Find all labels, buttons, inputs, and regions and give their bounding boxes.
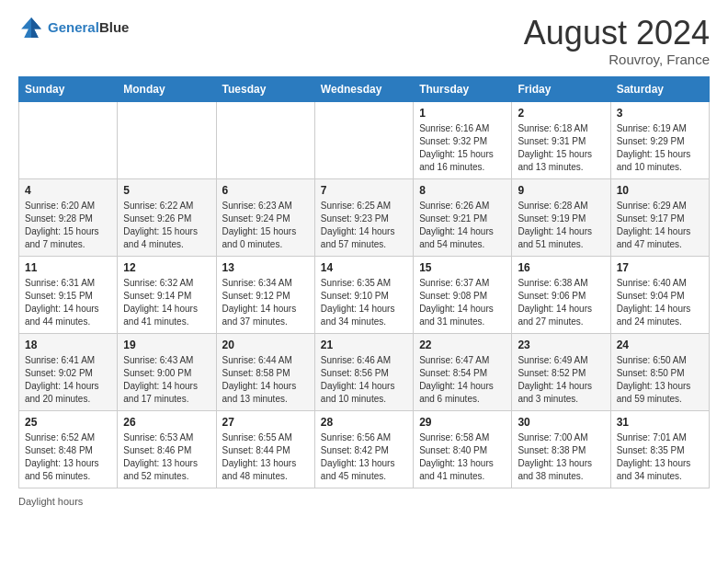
day-info: Sunrise: 6:41 AMSunset: 9:02 PMDaylight:… [25,354,111,406]
day-number: 12 [123,261,210,274]
day-cell-21: 21Sunrise: 6:46 AMSunset: 8:56 PMDayligh… [314,333,413,410]
day-info: Sunrise: 6:34 AMSunset: 9:12 PMDaylight:… [222,277,309,328]
page: GeneralBlue August 2024 Rouvroy, France … [0,0,728,563]
logo-general: General [48,19,99,35]
day-info: Sunrise: 6:50 AMSunset: 8:50 PMDaylight:… [617,354,703,406]
day-info: Sunrise: 6:53 AMSunset: 8:46 PMDaylight:… [123,431,210,483]
empty-cell [118,101,216,178]
month-title: August 2024 [524,15,710,52]
col-header-sunday: Sunday [19,76,118,101]
logo: GeneralBlue [18,15,129,40]
day-number: 20 [222,339,309,351]
day-number: 26 [123,416,210,429]
day-info: Sunrise: 6:49 AMSunset: 8:52 PMDaylight:… [518,354,604,406]
daylight-label: Daylight hours [18,496,83,507]
day-number: 30 [518,416,604,429]
title-block: August 2024 Rouvroy, France [524,15,710,67]
day-cell-4: 4Sunrise: 6:20 AMSunset: 9:28 PMDaylight… [19,178,118,256]
day-cell-17: 17Sunrise: 6:40 AMSunset: 9:04 PMDayligh… [610,256,709,333]
day-number: 13 [222,261,309,274]
day-info: Sunrise: 6:25 AMSunset: 9:23 PMDaylight:… [321,200,407,251]
day-number: 8 [419,184,506,197]
day-info: Sunrise: 6:46 AMSunset: 8:56 PMDaylight:… [321,354,407,406]
day-cell-29: 29Sunrise: 6:58 AMSunset: 8:40 PMDayligh… [414,410,512,488]
day-cell-26: 26Sunrise: 6:53 AMSunset: 8:46 PMDayligh… [118,410,216,488]
day-info: Sunrise: 6:20 AMSunset: 9:28 PMDaylight:… [25,200,111,251]
day-cell-16: 16Sunrise: 6:38 AMSunset: 9:06 PMDayligh… [512,256,610,333]
col-header-saturday: Saturday [610,76,709,101]
day-cell-11: 11Sunrise: 6:31 AMSunset: 9:15 PMDayligh… [19,256,118,333]
day-number: 22 [419,339,506,351]
day-number: 5 [123,184,210,197]
day-info: Sunrise: 6:55 AMSunset: 8:44 PMDaylight:… [222,431,309,483]
week-row-2: 11Sunrise: 6:31 AMSunset: 9:15 PMDayligh… [19,256,710,333]
day-info: Sunrise: 6:29 AMSunset: 9:17 PMDaylight:… [617,200,703,251]
day-number: 19 [123,339,210,351]
day-info: Sunrise: 7:00 AMSunset: 8:38 PMDaylight:… [518,431,604,483]
day-info: Sunrise: 6:16 AMSunset: 9:32 PMDaylight:… [419,122,506,174]
day-cell-22: 22Sunrise: 6:47 AMSunset: 8:54 PMDayligh… [414,333,512,410]
footer: Daylight hours [18,496,710,507]
day-number: 17 [617,261,703,274]
col-header-thursday: Thursday [414,76,512,101]
day-number: 23 [518,339,604,351]
location: Rouvroy, France [524,52,710,67]
logo-icon [18,15,44,40]
day-info: Sunrise: 6:58 AMSunset: 8:40 PMDaylight:… [419,431,506,483]
day-number: 25 [25,416,111,429]
day-info: Sunrise: 6:26 AMSunset: 9:21 PMDaylight:… [419,200,506,251]
day-cell-3: 3Sunrise: 6:19 AMSunset: 9:29 PMDaylight… [610,101,709,178]
empty-cell [19,101,118,178]
logo-blue: Blue [99,19,130,35]
header: GeneralBlue August 2024 Rouvroy, France [18,15,710,67]
empty-cell [216,101,314,178]
day-cell-15: 15Sunrise: 6:37 AMSunset: 9:08 PMDayligh… [414,256,512,333]
week-row-4: 25Sunrise: 6:52 AMSunset: 8:48 PMDayligh… [19,410,710,488]
day-cell-7: 7Sunrise: 6:25 AMSunset: 9:23 PMDaylight… [314,178,413,256]
day-info: Sunrise: 6:18 AMSunset: 9:31 PMDaylight:… [518,122,604,174]
day-cell-30: 30Sunrise: 7:00 AMSunset: 8:38 PMDayligh… [512,410,610,488]
day-cell-19: 19Sunrise: 6:43 AMSunset: 9:00 PMDayligh… [118,333,216,410]
day-info: Sunrise: 6:35 AMSunset: 9:10 PMDaylight:… [321,277,407,328]
day-number: 18 [25,339,111,351]
day-cell-13: 13Sunrise: 6:34 AMSunset: 9:12 PMDayligh… [216,256,314,333]
week-row-0: 1Sunrise: 6:16 AMSunset: 9:32 PMDaylight… [19,101,710,178]
day-cell-2: 2Sunrise: 6:18 AMSunset: 9:31 PMDaylight… [512,101,610,178]
day-info: Sunrise: 6:52 AMSunset: 8:48 PMDaylight:… [25,431,111,483]
day-number: 7 [321,184,407,197]
day-cell-8: 8Sunrise: 6:26 AMSunset: 9:21 PMDaylight… [414,178,512,256]
col-header-friday: Friday [512,76,610,101]
day-info: Sunrise: 6:44 AMSunset: 8:58 PMDaylight:… [222,354,309,406]
day-number: 27 [222,416,309,429]
day-number: 4 [25,184,111,197]
col-header-wednesday: Wednesday [314,76,413,101]
day-cell-14: 14Sunrise: 6:35 AMSunset: 9:10 PMDayligh… [314,256,413,333]
day-info: Sunrise: 6:23 AMSunset: 9:24 PMDaylight:… [222,200,309,251]
day-cell-10: 10Sunrise: 6:29 AMSunset: 9:17 PMDayligh… [610,178,709,256]
day-number: 3 [617,107,703,120]
day-cell-9: 9Sunrise: 6:28 AMSunset: 9:19 PMDaylight… [512,178,610,256]
day-cell-23: 23Sunrise: 6:49 AMSunset: 8:52 PMDayligh… [512,333,610,410]
col-header-tuesday: Tuesday [216,76,314,101]
day-number: 6 [222,184,309,197]
day-cell-20: 20Sunrise: 6:44 AMSunset: 8:58 PMDayligh… [216,333,314,410]
day-info: Sunrise: 6:28 AMSunset: 9:19 PMDaylight:… [518,200,604,251]
day-number: 9 [518,184,604,197]
day-number: 11 [25,261,111,274]
day-cell-6: 6Sunrise: 6:23 AMSunset: 9:24 PMDaylight… [216,178,314,256]
day-cell-25: 25Sunrise: 6:52 AMSunset: 8:48 PMDayligh… [19,410,118,488]
day-info: Sunrise: 6:56 AMSunset: 8:42 PMDaylight:… [321,431,407,483]
day-number: 21 [321,339,407,351]
day-cell-28: 28Sunrise: 6:56 AMSunset: 8:42 PMDayligh… [314,410,413,488]
day-number: 31 [617,416,703,429]
logo-text: GeneralBlue [48,19,129,36]
day-info: Sunrise: 6:43 AMSunset: 9:00 PMDaylight:… [123,354,210,406]
day-cell-27: 27Sunrise: 6:55 AMSunset: 8:44 PMDayligh… [216,410,314,488]
day-number: 29 [419,416,506,429]
week-row-1: 4Sunrise: 6:20 AMSunset: 9:28 PMDaylight… [19,178,710,256]
day-number: 1 [419,107,506,120]
day-info: Sunrise: 6:32 AMSunset: 9:14 PMDaylight:… [123,277,210,328]
svg-marker-1 [31,17,41,38]
day-cell-24: 24Sunrise: 6:50 AMSunset: 8:50 PMDayligh… [610,333,709,410]
week-row-3: 18Sunrise: 6:41 AMSunset: 9:02 PMDayligh… [19,333,710,410]
